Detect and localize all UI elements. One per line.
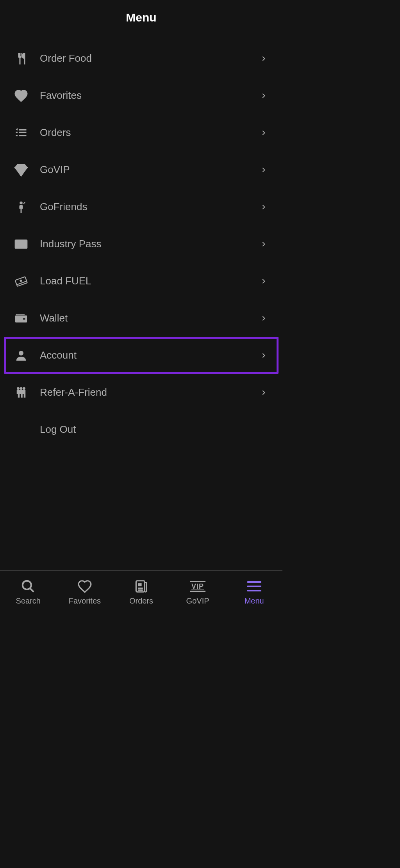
- chevron-right-icon: [258, 164, 269, 175]
- diamond-icon: [13, 162, 29, 178]
- nav-label: GoVIP: [186, 597, 209, 605]
- menu-item-label: GoVIP: [40, 164, 258, 176]
- group-icon: [13, 385, 29, 400]
- menu-item-label: Log Out: [40, 423, 269, 436]
- chevron-right-icon: [258, 276, 269, 287]
- person-wave-icon: [13, 199, 29, 215]
- nav-label: Search: [16, 597, 41, 605]
- bottom-nav: Search Favorites Orders VIP GoVIP Menu: [0, 570, 282, 613]
- page-title: Menu: [0, 0, 282, 40]
- menu-item-gofriends[interactable]: GoFriends: [4, 188, 279, 225]
- svg-point-10: [20, 387, 22, 389]
- menu-item-label: Favorites: [40, 89, 258, 102]
- heart-icon: [77, 579, 93, 594]
- menu-item-label: GoFriends: [40, 201, 258, 213]
- menu-item-order-food[interactable]: Order Food: [4, 40, 279, 77]
- chevron-right-icon: [258, 202, 269, 213]
- menu-item-orders[interactable]: Orders: [4, 114, 279, 151]
- nav-item-govip[interactable]: VIP GoVIP: [170, 579, 226, 605]
- menu-item-account[interactable]: Account: [4, 337, 279, 374]
- nav-item-menu[interactable]: Menu: [226, 579, 282, 605]
- svg-rect-1: [15, 240, 27, 248]
- menu-item-favorites[interactable]: Favorites: [4, 77, 279, 114]
- svg-line-13: [30, 588, 34, 592]
- menu-item-wallet[interactable]: Wallet: [4, 300, 279, 337]
- menu-item-log-out[interactable]: Log Out: [4, 411, 279, 448]
- svg-point-11: [23, 387, 25, 389]
- nav-item-favorites[interactable]: Favorites: [57, 579, 113, 605]
- menu-item-load-fuel[interactable]: Load FUEL: [4, 263, 279, 300]
- menu-item-label: Order Food: [40, 52, 258, 64]
- person-icon: [13, 348, 29, 363]
- nav-label: Favorites: [69, 597, 101, 605]
- svg-rect-15: [138, 583, 142, 586]
- nav-item-orders[interactable]: Orders: [113, 579, 170, 605]
- chevron-right-icon: [258, 90, 269, 101]
- menu-item-label: Account: [40, 349, 258, 361]
- utensils-icon: [13, 51, 29, 66]
- wallet-icon: [13, 311, 29, 326]
- heart-icon: [13, 88, 29, 104]
- cash-stack-icon: [13, 273, 29, 289]
- menu-item-label: Refer-A-Friend: [40, 386, 258, 398]
- list-icon: [13, 125, 29, 141]
- svg-point-9: [17, 387, 19, 389]
- nav-label: Orders: [129, 597, 153, 605]
- chevron-right-icon: [258, 350, 269, 361]
- menu-item-label: Orders: [40, 127, 258, 139]
- chevron-right-icon: [258, 313, 269, 324]
- svg-point-12: [23, 580, 31, 589]
- newspaper-icon: [133, 579, 149, 594]
- chevron-right-icon: [258, 239, 269, 250]
- nav-item-search[interactable]: Search: [0, 579, 57, 605]
- menu-item-label: Load FUEL: [40, 275, 258, 287]
- menu-item-industry-pass[interactable]: Industry Pass: [4, 225, 279, 263]
- id-card-icon: [13, 236, 29, 252]
- empty-icon: [13, 422, 29, 438]
- hamburger-icon: [246, 579, 262, 594]
- svg-point-8: [19, 351, 23, 355]
- menu-item-refer-a-friend[interactable]: Refer-A-Friend: [4, 374, 279, 411]
- menu-item-label: Industry Pass: [40, 238, 258, 250]
- menu-list: Order Food Favorites Orders: [0, 40, 282, 448]
- vip-icon: VIP: [190, 579, 205, 594]
- chevron-right-icon: [258, 127, 269, 138]
- chevron-right-icon: [258, 53, 269, 64]
- search-icon: [20, 579, 36, 594]
- svg-point-2: [17, 242, 20, 245]
- svg-point-0: [20, 201, 23, 204]
- nav-label: Menu: [245, 597, 264, 605]
- chevron-right-icon: [258, 387, 269, 398]
- menu-item-govip[interactable]: GoVIP: [4, 151, 279, 188]
- menu-item-label: Wallet: [40, 312, 258, 324]
